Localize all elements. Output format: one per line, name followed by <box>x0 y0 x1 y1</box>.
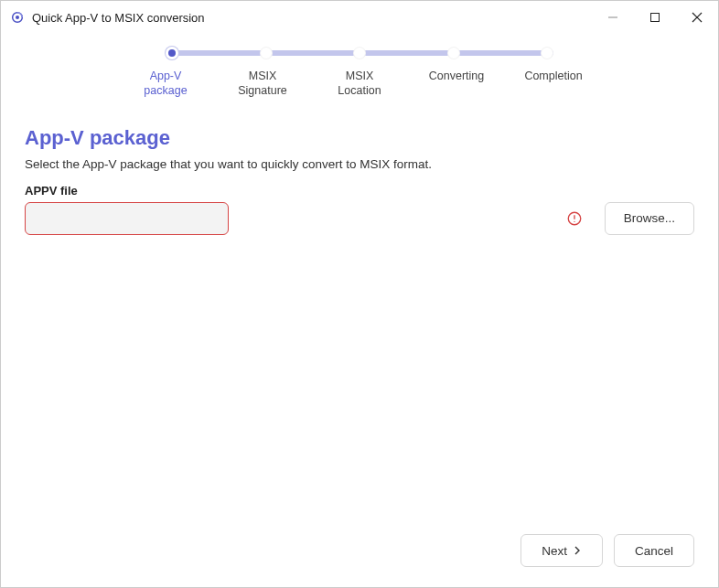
step-dot-location <box>353 47 366 59</box>
step-label-converting: Converting <box>420 69 493 99</box>
step-dot-completion <box>541 47 553 59</box>
step-label-location: MSIX Location <box>323 69 396 99</box>
svg-point-8 <box>574 220 574 221</box>
chevron-right-icon <box>573 546 582 555</box>
step-dot-appv <box>166 47 178 59</box>
footer: Next Cancel <box>1 534 718 587</box>
maximize-button[interactable] <box>634 1 676 34</box>
appv-file-input[interactable] <box>25 202 229 235</box>
step-label-completion: Completion <box>517 69 590 99</box>
minimize-button[interactable] <box>592 1 634 34</box>
close-button[interactable] <box>676 1 718 34</box>
window-title: Quick App-V to MSIX conversion <box>32 11 205 25</box>
cancel-button[interactable]: Cancel <box>614 534 694 567</box>
field-label-appv: APPV file <box>25 184 694 198</box>
step-dot-signature <box>260 47 273 59</box>
titlebar: Quick App-V to MSIX conversion <box>1 1 718 34</box>
svg-point-1 <box>16 16 19 19</box>
svg-rect-3 <box>651 14 660 22</box>
step-label-signature: MSIX Signature <box>226 69 299 99</box>
step-dot-converting <box>447 47 460 59</box>
content-area: App-V package Select the App-V package t… <box>1 99 718 535</box>
stepper: App-V package MSIX Signature MSIX Locati… <box>1 47 718 99</box>
next-button[interactable]: Next <box>520 534 603 567</box>
error-icon <box>566 210 583 227</box>
step-label-appv: App-V package <box>129 69 202 99</box>
next-button-label: Next <box>542 544 567 558</box>
page-title: App-V package <box>25 126 694 150</box>
browse-button[interactable]: Browse... <box>605 202 694 235</box>
app-icon <box>10 10 25 25</box>
page-description: Select the App-V package that you want t… <box>25 157 694 171</box>
